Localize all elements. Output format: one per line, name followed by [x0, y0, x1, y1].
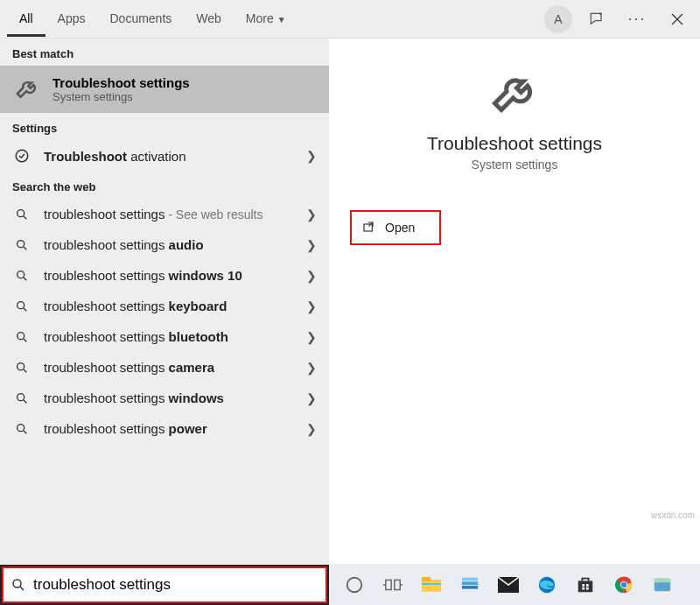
- web-result[interactable]: troubleshoot settings camera❯: [0, 352, 329, 383]
- svg-rect-28: [422, 577, 430, 581]
- web-result-label: troubleshoot settings power: [44, 421, 294, 436]
- web-result-label: troubleshoot settings - See web results: [44, 207, 294, 222]
- app-icon[interactable]: [649, 572, 676, 598]
- search-icon: [12, 330, 32, 344]
- svg-rect-27: [422, 580, 441, 592]
- svg-line-12: [24, 339, 26, 341]
- top-bar: All Apps Documents Web More▼ A ···: [0, 0, 700, 39]
- svg-rect-37: [582, 584, 584, 587]
- search-icon: [12, 269, 32, 283]
- svg-point-2: [16, 150, 28, 162]
- svg-rect-38: [586, 584, 589, 587]
- chevron-right-icon: ❯: [306, 299, 317, 313]
- svg-rect-32: [462, 586, 478, 589]
- svg-point-15: [18, 393, 24, 400]
- chevron-right-icon: ❯: [306, 269, 317, 283]
- preview-panel: Troubleshoot settings System settings Op…: [329, 39, 700, 564]
- preview-title: Troubleshoot settings: [427, 133, 602, 154]
- best-match-sub: System settings: [52, 90, 190, 103]
- svg-point-5: [18, 240, 24, 247]
- taskview-icon[interactable]: [380, 572, 406, 598]
- web-result-label: troubleshoot settings audio: [44, 237, 294, 252]
- web-header: Search the web: [0, 172, 329, 199]
- svg-rect-24: [395, 580, 400, 590]
- search-icon: [12, 208, 32, 222]
- svg-point-43: [621, 582, 626, 587]
- svg-line-21: [20, 587, 24, 590]
- tab-all[interactable]: All: [7, 1, 46, 37]
- web-result[interactable]: troubleshoot settings power❯: [0, 413, 329, 444]
- chevron-right-icon: ❯: [306, 422, 317, 436]
- open-icon: [362, 221, 376, 235]
- svg-rect-23: [386, 580, 391, 590]
- store-icon[interactable]: [572, 572, 598, 598]
- open-button[interactable]: Open: [350, 210, 441, 245]
- web-result-label: troubleshoot settings bluetooth: [44, 329, 294, 344]
- svg-rect-30: [462, 581, 478, 585]
- edge-icon[interactable]: [534, 572, 560, 598]
- best-match-item[interactable]: Troubleshoot settings System settings: [0, 66, 329, 113]
- svg-line-4: [24, 216, 26, 219]
- more-icon[interactable]: ···: [621, 4, 653, 35]
- web-result-label: troubleshoot settings windows 10: [44, 268, 294, 283]
- close-icon[interactable]: [662, 4, 693, 35]
- web-result[interactable]: troubleshoot settings keyboard❯: [0, 291, 329, 321]
- svg-point-9: [18, 301, 24, 308]
- check-circle-icon: [12, 148, 32, 164]
- chrome-icon[interactable]: [611, 572, 637, 598]
- tab-apps[interactable]: Apps: [46, 1, 98, 37]
- svg-rect-40: [586, 587, 589, 590]
- settings-item-activation[interactable]: Troubleshoot activation ❯: [0, 140, 329, 172]
- svg-line-18: [24, 431, 26, 433]
- web-result-label: troubleshoot settings keyboard: [44, 299, 294, 313]
- settings-header: Settings: [0, 113, 329, 140]
- svg-point-7: [18, 271, 24, 278]
- svg-rect-29: [422, 583, 441, 585]
- svg-line-6: [24, 247, 26, 250]
- search-icon: [12, 422, 32, 436]
- cortana-icon[interactable]: [341, 572, 368, 598]
- web-result[interactable]: troubleshoot settings audio❯: [0, 229, 329, 260]
- svg-rect-39: [582, 587, 584, 590]
- chevron-right-icon: ❯: [306, 149, 317, 163]
- mail-icon[interactable]: [495, 572, 522, 598]
- watermark: wsxdn.com: [651, 510, 695, 520]
- svg-point-22: [347, 578, 362, 593]
- svg-line-10: [24, 308, 26, 311]
- tab-more[interactable]: More▼: [234, 1, 298, 37]
- best-match-header: Best match: [0, 39, 329, 66]
- search-icon: [12, 391, 32, 405]
- svg-point-17: [18, 424, 24, 431]
- web-result[interactable]: troubleshoot settings - See web results❯: [0, 199, 329, 229]
- search-input[interactable]: [33, 576, 318, 594]
- chevron-right-icon: ❯: [306, 208, 317, 222]
- chevron-right-icon: ❯: [306, 391, 317, 405]
- search-icon: [10, 577, 26, 593]
- svg-point-3: [18, 209, 24, 216]
- web-result[interactable]: troubleshoot settings windows 10❯: [0, 260, 329, 291]
- wrench-icon: [488, 68, 541, 121]
- web-result-label: troubleshoot settings windows: [44, 390, 294, 405]
- svg-rect-31: [462, 578, 478, 581]
- explorer-icon[interactable]: [418, 572, 444, 598]
- svg-rect-36: [578, 580, 593, 592]
- tab-documents[interactable]: Documents: [97, 1, 184, 37]
- search-bar[interactable]: [0, 565, 329, 605]
- taskbar: [329, 565, 700, 605]
- web-result[interactable]: troubleshoot settings bluetooth❯: [0, 321, 329, 352]
- svg-line-8: [24, 278, 26, 280]
- tab-web[interactable]: Web: [184, 1, 234, 37]
- web-result[interactable]: troubleshoot settings windows❯: [0, 383, 329, 413]
- search-icon: [12, 299, 32, 313]
- chevron-right-icon: ❯: [306, 361, 317, 375]
- svg-line-14: [24, 369, 26, 372]
- results-panel: Best match Troubleshoot settings System …: [0, 39, 329, 564]
- settings-app-icon[interactable]: [457, 572, 483, 598]
- svg-point-11: [18, 332, 24, 339]
- chevron-right-icon: ❯: [306, 238, 317, 252]
- avatar[interactable]: A: [544, 5, 572, 33]
- feedback-icon[interactable]: [581, 4, 612, 35]
- svg-point-13: [18, 362, 24, 369]
- search-icon: [12, 361, 32, 375]
- web-result-label: troubleshoot settings camera: [44, 360, 294, 375]
